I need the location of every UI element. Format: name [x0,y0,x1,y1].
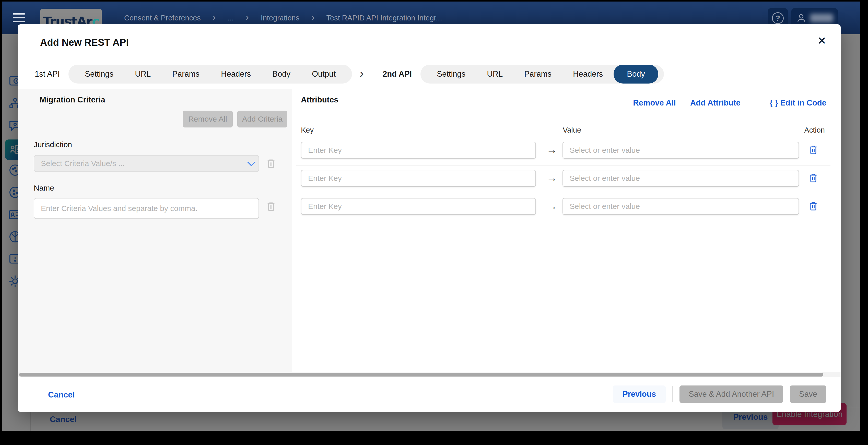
attributes-title: Attributes [301,95,338,104]
name-label: Name [34,184,54,192]
add-criteria-button[interactable]: Add Criteria [237,110,287,127]
save-add-another-button[interactable]: Save & Add Another API [680,385,783,403]
question-icon: ? [772,12,784,24]
modal-title: Add New REST API [40,37,129,48]
row-divider [296,165,831,166]
tab-2nd-body[interactable]: Body [614,65,658,84]
arrow-right-icon: → [544,200,560,212]
add-rest-api-modal: Add New REST API ✕ 1st API Settings URL … [18,24,841,412]
value-input[interactable] [562,170,799,187]
tab-1st-settings[interactable]: Settings [74,65,124,84]
row-divider [296,194,831,194]
delete-jurisdiction-button[interactable] [266,158,276,170]
trash-icon [808,200,818,212]
value-input[interactable] [562,198,799,215]
tab-group-label-1st-api: 1st API [35,69,60,79]
attribute-row: → [292,198,841,215]
chevron-right-icon: › [360,66,364,80]
user-icon [796,12,806,24]
column-header-action: Action [804,126,825,134]
divider [755,95,755,111]
hamburger-menu-icon[interactable] [13,13,25,23]
key-input[interactable] [301,142,536,159]
breadcrumb-item-consent-preferences[interactable]: Consent & Preferences [124,14,201,22]
delete-name-button[interactable] [266,201,276,213]
arrow-right-icon: → [544,172,560,184]
close-icon[interactable]: ✕ [817,35,826,46]
trash-icon [266,201,276,212]
divider [672,386,673,402]
horizontal-scrollbar [18,372,841,377]
tab-2nd-headers[interactable]: Headers [562,65,614,84]
app-window: Cancel Previous Enable Integration Trust… [2,2,860,431]
name-input[interactable] [34,198,259,219]
modal-footer: Cancel Previous Save & Add Another API S… [18,377,841,412]
attribute-row: → [292,142,841,159]
scrollbar-thumb[interactable] [19,373,823,377]
tab-group-label-2nd-api: 2nd API [383,69,412,79]
tab-2nd-url[interactable]: URL [476,65,514,84]
trash-icon [808,144,818,156]
delete-attribute-button[interactable] [808,200,818,213]
column-header-value: Value [563,126,581,134]
cancel-button[interactable]: Cancel [48,390,75,400]
tab-group-1st-api: Settings URL Params Headers Body Output [68,65,352,84]
row-divider [296,222,831,222]
tab-1st-output[interactable]: Output [301,65,346,84]
tab-group-2nd-api: Settings URL Params Headers Body [421,65,664,84]
arrow-right-icon: → [544,144,560,156]
tab-1st-url[interactable]: URL [124,65,161,84]
attributes-actions: Remove All Add Attribute { } Edit in Cod… [633,95,826,111]
user-name-redacted [810,14,833,23]
chevron-right-icon: › [213,12,216,24]
previous-button[interactable]: Previous [613,385,666,403]
api-tab-bar: 1st API Settings URL Params Headers Body… [32,65,664,84]
edit-in-code-button[interactable]: { } Edit in Code [770,98,826,107]
column-header-key: Key [301,126,314,134]
tab-2nd-settings[interactable]: Settings [426,65,476,84]
breadcrumb-item-ellipsis[interactable]: ... [227,14,234,22]
tab-1st-body[interactable]: Body [261,65,301,84]
jurisdiction-label: Jurisdiction [34,140,72,149]
key-input[interactable] [301,198,536,215]
tab-1st-params[interactable]: Params [161,65,210,84]
add-attribute-button[interactable]: Add Attribute [690,98,741,107]
breadcrumb-item-current: Test RAPID API Integration Integr... [327,14,442,22]
value-input[interactable] [562,142,799,159]
delete-attribute-button[interactable] [808,172,818,185]
trash-icon [266,158,276,169]
chevron-right-icon: › [246,12,249,24]
attributes-panel: Attributes Remove All Add Attribute { } … [292,89,841,372]
key-input[interactable] [301,170,536,187]
migration-criteria-panel: Migration Criteria Remove All Add Criter… [18,89,292,372]
jurisdiction-select[interactable] [34,155,259,172]
delete-attribute-button[interactable] [808,144,818,156]
remove-all-attributes-button[interactable]: Remove All [633,98,676,107]
attribute-row: → [292,170,841,187]
chevron-right-icon: › [311,12,314,24]
tab-1st-headers[interactable]: Headers [210,65,261,84]
remove-all-criteria-button[interactable]: Remove All [183,110,233,127]
tab-2nd-params[interactable]: Params [514,65,562,84]
breadcrumb-item-integrations[interactable]: Integrations [261,14,300,22]
save-button[interactable]: Save [790,385,826,403]
migration-criteria-title: Migration Criteria [40,95,105,104]
trash-icon [808,172,818,184]
